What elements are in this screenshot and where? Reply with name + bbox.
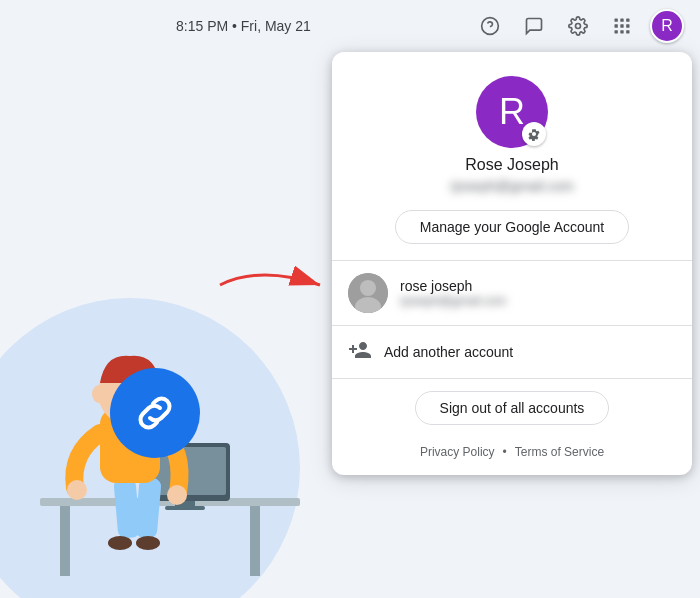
panel-name: Rose Joseph	[465, 156, 558, 174]
red-arrow	[210, 260, 330, 314]
settings-icon[interactable]	[562, 10, 594, 42]
svg-rect-9	[615, 24, 618, 27]
svg-rect-7	[620, 19, 623, 22]
svg-rect-16	[60, 506, 70, 576]
privacy-policy-link[interactable]: Privacy Policy	[420, 445, 495, 459]
signout-button[interactable]: Sign out of all accounts	[415, 391, 610, 425]
account-info: rose joseph rjoseph@gmail.com	[400, 278, 676, 308]
account-row[interactable]: rose joseph rjoseph@gmail.com	[332, 261, 692, 325]
svg-rect-13	[620, 30, 623, 33]
chat-icon[interactable]	[518, 10, 550, 42]
separator-dot: •	[503, 445, 507, 459]
svg-point-25	[136, 536, 160, 550]
svg-point-24	[108, 536, 132, 550]
svg-rect-8	[626, 19, 629, 22]
account-dropdown-panel: R Rose Joseph rjoseph@gmail.com Manage y…	[332, 52, 692, 475]
svg-rect-21	[165, 506, 205, 510]
panel-header: R Rose Joseph rjoseph@gmail.com Manage y…	[332, 52, 692, 261]
svg-rect-6	[615, 19, 618, 22]
svg-point-35	[360, 280, 376, 296]
topbar: 8:15 PM • Fri, May 21	[0, 0, 700, 52]
svg-rect-12	[615, 30, 618, 33]
camera-badge[interactable]	[522, 122, 546, 146]
svg-rect-17	[250, 506, 260, 576]
svg-rect-11	[626, 24, 629, 27]
user-avatar-button[interactable]: R	[650, 9, 684, 43]
help-icon[interactable]	[474, 10, 506, 42]
terms-of-service-link[interactable]: Terms of Service	[515, 445, 604, 459]
account-email: rjoseph@gmail.com	[400, 294, 676, 308]
privacy-terms-row: Privacy Policy • Terms of Service	[332, 437, 692, 475]
svg-point-32	[92, 385, 106, 403]
illustration-area	[0, 52, 320, 598]
account-name: rose joseph	[400, 278, 676, 294]
add-another-account-label: Add another account	[384, 344, 513, 360]
apps-icon[interactable]	[606, 10, 638, 42]
svg-point-27	[67, 480, 87, 500]
svg-rect-10	[620, 24, 623, 27]
topbar-time: 8:15 PM • Fri, May 21	[16, 18, 311, 34]
panel-email: rjoseph@gmail.com	[450, 178, 574, 194]
signout-section: Sign out of all accounts	[332, 379, 692, 437]
svg-rect-23	[135, 477, 162, 539]
svg-point-28	[167, 485, 187, 505]
account-avatar-image	[348, 273, 388, 313]
manage-google-account-button[interactable]: Manage your Google Account	[395, 210, 629, 244]
chain-link-icon	[110, 368, 200, 458]
add-another-account-row[interactable]: Add another account	[332, 325, 692, 379]
panel-avatar[interactable]: R	[476, 76, 548, 148]
svg-rect-14	[626, 30, 629, 33]
svg-point-5	[576, 24, 581, 29]
add-person-icon	[348, 338, 372, 366]
